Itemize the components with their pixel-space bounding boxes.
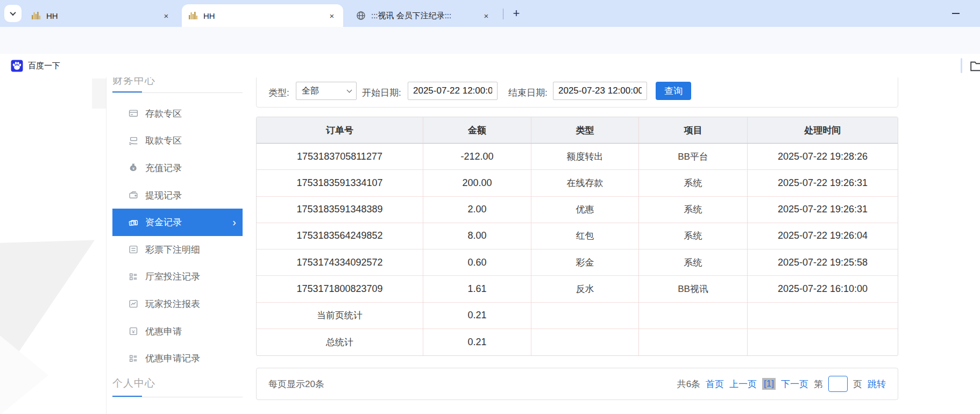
close-icon[interactable]: ×	[327, 11, 337, 20]
close-icon[interactable]: ×	[481, 11, 491, 20]
cell-type: 反水	[531, 276, 639, 302]
cell-empty	[748, 303, 898, 329]
minimize-button[interactable]	[948, 6, 964, 20]
sidebar-item-withdraw-zone[interactable]: 取款专区	[112, 127, 243, 155]
cell-type: 优惠	[531, 197, 639, 223]
tab-search-button[interactable]	[4, 5, 22, 22]
sidebar-item-label: 厅室投注记录	[145, 270, 200, 283]
cell-page-total-value: 0.21	[423, 303, 531, 329]
tab-1[interactable]: HH ×	[25, 4, 177, 27]
list-grid-icon	[129, 354, 138, 363]
cell-order-no: 1753183591334107	[257, 170, 423, 196]
sidebar-item-promo-apply[interactable]: ¥ 优惠申请	[112, 318, 243, 345]
moneybag-icon: ¥	[129, 163, 138, 173]
end-date-input[interactable]	[553, 82, 647, 100]
sidebar-item-deposit-zone[interactable]: 存款专区	[112, 100, 243, 127]
tab-3[interactable]: :::视讯 会员下注纪录::: ×	[350, 4, 498, 27]
cell-empty	[639, 303, 748, 329]
cell-amount: 2.00	[423, 197, 531, 223]
sidebar-item-label: 彩票下注明细	[145, 244, 200, 256]
cell-order-no: 1753174334092572	[257, 249, 423, 276]
browser-window: HH × HH × :::视讯 会员下注纪录::: × +	[0, 0, 980, 414]
sidebar-item-label: 资金记录	[145, 216, 182, 229]
type-label: 类型:	[268, 87, 289, 99]
bookmark-label: 百度一下	[28, 61, 60, 71]
cell-time: 2025-07-22 19:26:31	[748, 170, 898, 196]
col-header-project: 项目	[639, 117, 748, 144]
next-page-link[interactable]: 下一页	[781, 378, 808, 390]
sidebar-item-funds-records[interactable]: 资金记录 ›	[112, 209, 243, 236]
chart-icon	[129, 299, 138, 309]
jump-button[interactable]: 跳转	[868, 378, 886, 390]
sidebar-item-withdrawal-records[interactable]: 提现记录	[112, 182, 243, 209]
cell-type: 红包	[531, 223, 639, 249]
sidebar-item-label: 存款专区	[145, 108, 182, 120]
cell-amount: 0.60	[423, 249, 531, 276]
cell-amount: 8.00	[423, 223, 531, 249]
sidebar-item-recharge-records[interactable]: ¥ 充值记录	[112, 154, 243, 182]
page-size-text: 每页显示20条	[268, 368, 324, 399]
list-doc-icon	[129, 245, 138, 254]
cell-amount: -212.00	[423, 144, 531, 170]
sidebar-item-label: 玩家投注报表	[145, 298, 200, 310]
section-underline	[112, 92, 243, 93]
chevron-down-icon	[10, 10, 16, 16]
cell-amount: 1.61	[423, 276, 531, 302]
tab-title: HH	[46, 11, 156, 20]
bookmark-baidu[interactable]: 百度一下	[8, 58, 63, 74]
cell-type: 在线存款	[531, 170, 639, 196]
pagination-bar: 每页显示20条 共6条 首页 上一页 [1] 下一页 第 页 跳转	[256, 368, 898, 400]
chevron-down-icon	[347, 88, 352, 93]
minimize-icon	[952, 13, 960, 14]
records-table: 订单号 金额 类型 项目 处理时间 1753183705811277 -212.…	[256, 117, 898, 356]
close-icon[interactable]: ×	[161, 11, 171, 20]
sidebar-item-label: 优惠申请	[145, 325, 182, 338]
folder-icon[interactable]	[970, 59, 980, 73]
sidebar-left-border	[106, 77, 106, 414]
bookmarks-separator	[961, 58, 962, 73]
new-tab-button[interactable]: +	[508, 5, 524, 22]
cell-time: 2025-07-22 19:26:31	[748, 197, 898, 223]
cell-time: 2025-07-22 19:25:58	[748, 249, 898, 276]
sidebar-item-hall-bet-records[interactable]: 厅室投注记录	[112, 263, 243, 291]
jump-page-input[interactable]	[828, 376, 848, 392]
gold-bars-icon	[188, 11, 198, 20]
tab-divider	[503, 9, 503, 19]
tab-2-active[interactable]: HH ×	[182, 4, 343, 27]
current-page-badge: [1]	[762, 378, 776, 390]
cell-empty	[531, 329, 639, 355]
tab-strip: HH × HH × :::视讯 会员下注纪录::: × +	[0, 0, 980, 27]
col-header-time: 处理时间	[748, 117, 898, 144]
sidebar-item-promo-apply-records[interactable]: 优惠申请记录	[112, 345, 243, 372]
baidu-paw-icon	[11, 60, 23, 72]
start-date-input[interactable]	[408, 82, 498, 100]
cell-order-no: 1753183564249852	[257, 223, 423, 249]
globe-icon	[356, 11, 366, 20]
sidebar-item-label: 提现记录	[145, 189, 182, 202]
sidebar-item-player-bet-report[interactable]: 玩家投注报表	[112, 290, 243, 318]
cell-project: 系统	[639, 170, 748, 196]
cell-project: 系统	[639, 223, 748, 249]
cell-order-no: 1753183591348389	[257, 197, 423, 223]
sidebar-item-label: 优惠申请记录	[145, 352, 200, 365]
cell-project: BB视讯	[639, 276, 748, 302]
cell-grand-total-label: 总统计	[257, 329, 423, 355]
funds-icon	[129, 218, 138, 227]
search-button[interactable]: 查询	[656, 82, 691, 100]
sidebar-item-lottery-bet-detail[interactable]: 彩票下注明细	[112, 236, 243, 263]
cell-project: BB平台	[639, 144, 748, 170]
col-header-amount: 金额	[423, 117, 531, 144]
first-page-link[interactable]: 首页	[706, 378, 724, 390]
gold-bars-icon	[31, 11, 41, 20]
start-date-label: 开始日期:	[362, 87, 401, 99]
sidebar-section-personal: 个人中心	[112, 376, 155, 390]
cell-time: 2025-07-22 16:10:00	[748, 276, 898, 302]
cell-order-no: 1753183705811277	[257, 144, 423, 170]
cell-grand-total-value: 0.21	[423, 329, 531, 355]
type-select[interactable]: 全部	[296, 82, 357, 100]
jump-suffix: 页	[853, 378, 862, 390]
cell-type: 额度转出	[531, 144, 639, 170]
pager: 共6条 首页 上一页 [1] 下一页 第 页 跳转	[677, 368, 886, 399]
prev-page-link[interactable]: 上一页	[729, 378, 757, 390]
list-grid-icon	[129, 272, 138, 282]
